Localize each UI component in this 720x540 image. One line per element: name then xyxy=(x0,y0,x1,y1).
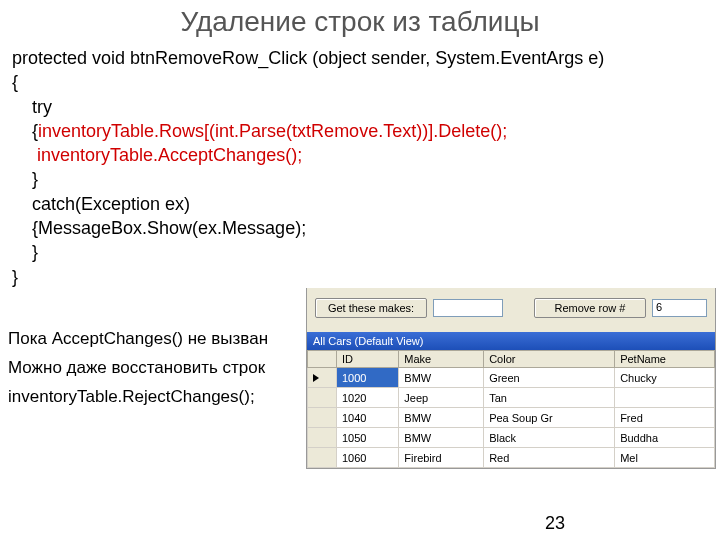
cell[interactable]: BMW xyxy=(399,368,484,388)
cell[interactable]: Red xyxy=(484,448,615,468)
table-row[interactable]: 1060 Firebird Red Mel xyxy=(308,448,715,468)
code-line: catch(Exception ex) xyxy=(12,192,720,216)
column-header[interactable]: ID xyxy=(337,351,399,368)
makes-input[interactable] xyxy=(433,299,503,317)
code-block: protected void btnRemoveRow_Click (objec… xyxy=(0,46,720,289)
data-table: ID Make Color PetName 1000 BMW Green Chu… xyxy=(307,350,715,468)
cell[interactable]: 1020 xyxy=(337,388,399,408)
cell[interactable]: Tan xyxy=(484,388,615,408)
cell[interactable]: Buddha xyxy=(615,428,715,448)
column-header[interactable]: Color xyxy=(484,351,615,368)
cell[interactable]: Black xyxy=(484,428,615,448)
code-line: inventoryTable.AcceptChanges(); xyxy=(12,143,720,167)
page-number: 23 xyxy=(545,513,565,534)
cell[interactable]: 1050 xyxy=(337,428,399,448)
row-indicator xyxy=(308,368,337,388)
cell[interactable]: Fred xyxy=(615,408,715,428)
code-line: try xyxy=(12,95,720,119)
cell[interactable]: Jeep xyxy=(399,388,484,408)
table-title: All Cars (Default View) xyxy=(307,332,715,350)
code-line: {inventoryTable.Rows[(int.Parse(txtRemov… xyxy=(12,119,720,143)
table-row[interactable]: 1020 Jeep Tan xyxy=(308,388,715,408)
cell[interactable]: 1060 xyxy=(337,448,399,468)
toolbar: Get these makes: Remove row # 6 xyxy=(307,288,715,332)
remove-row-input[interactable]: 6 xyxy=(652,299,707,317)
cell[interactable]: Firebird xyxy=(399,448,484,468)
arrow-right-icon xyxy=(313,374,319,382)
cell[interactable]: 1040 xyxy=(337,408,399,428)
code-line: } xyxy=(12,240,720,264)
code-line: {MessageBox.Show(ex.Message); xyxy=(12,216,720,240)
remove-row-button[interactable]: Remove row # xyxy=(534,298,646,318)
code-line: { xyxy=(12,70,720,94)
code-line: } xyxy=(12,167,720,191)
code-line: protected void btnRemoveRow_Click (objec… xyxy=(12,46,720,70)
cell[interactable]: Mel xyxy=(615,448,715,468)
table-row[interactable]: 1050 BMW Black Buddha xyxy=(308,428,715,448)
column-header[interactable]: PetName xyxy=(615,351,715,368)
cell[interactable]: 1000 xyxy=(337,368,399,388)
cell[interactable]: Pea Soup Gr xyxy=(484,408,615,428)
slide-title: Удаление строк из таблицы xyxy=(0,6,720,38)
get-makes-button[interactable]: Get these makes: xyxy=(315,298,427,318)
table-header-row: ID Make Color PetName xyxy=(308,351,715,368)
table-row[interactable]: 1000 BMW Green Chucky xyxy=(308,368,715,388)
app-screenshot: Get these makes: Remove row # 6 All Cars… xyxy=(306,288,716,469)
cell[interactable]: BMW xyxy=(399,428,484,448)
column-header[interactable]: Make xyxy=(399,351,484,368)
code-line: } xyxy=(12,265,720,289)
table-row[interactable]: 1040 BMW Pea Soup Gr Fred xyxy=(308,408,715,428)
cell[interactable]: Green xyxy=(484,368,615,388)
cell[interactable] xyxy=(615,388,715,408)
cell[interactable]: BMW xyxy=(399,408,484,428)
cell[interactable]: Chucky xyxy=(615,368,715,388)
